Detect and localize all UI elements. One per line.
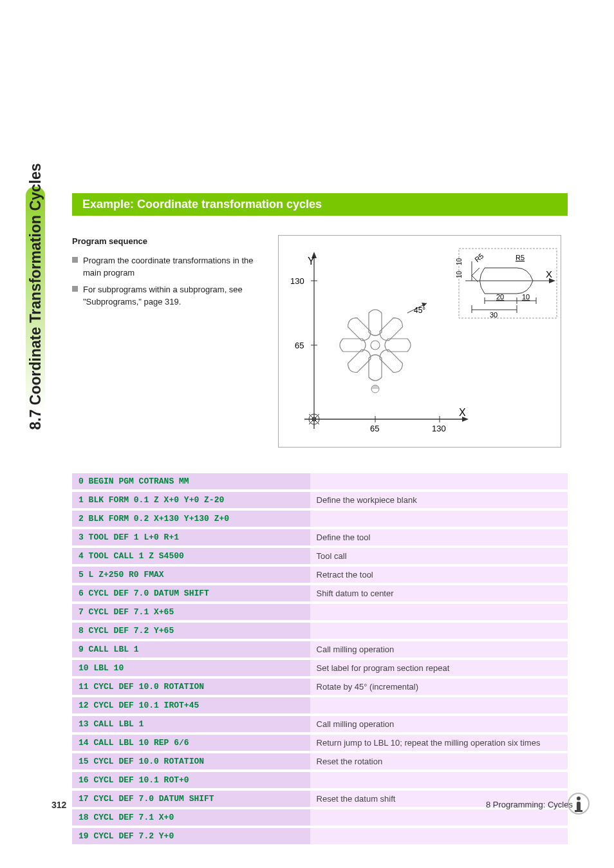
example-title: Example: Coordinate transformation cycle… — [82, 198, 322, 211]
code-cell: 15 CYCL DEF 10.0 ROTATION — [72, 752, 310, 771]
desc-cell: Shift datum to center — [310, 584, 568, 603]
example-title-bar: Example: Coordinate transformation cycle… — [72, 193, 568, 216]
svg-rect-31 — [577, 802, 581, 811]
desc-cell — [310, 509, 568, 528]
table-row: 12 CYCL DEF 10.1 IROT+45 — [72, 696, 568, 715]
svg-line-20 — [472, 268, 479, 276]
table-row: 8 CYCL DEF 7.2 Y+65 — [72, 621, 568, 640]
x-tick-130: 130 — [432, 424, 446, 433]
table-row: 2 BLK FORM 0.2 X+130 Y+130 Z+0 — [72, 509, 568, 528]
nc-code-table: 0 BEGIN PGM COTRANS MM1 BLK FORM 0.1 Z X… — [72, 473, 568, 847]
bullet-text: Program the coordinate transformations i… — [83, 254, 265, 279]
code-cell: 10 LBL 10 — [72, 659, 310, 677]
code-cell: 18 CYCL DEF 7.1 X+0 — [72, 808, 310, 827]
desc-cell: Call milling operation — [310, 640, 568, 659]
desc-cell: Retract the tool — [310, 565, 568, 584]
desc-cell — [310, 771, 568, 789]
table-row: 16 CYCL DEF 10.1 ROT+0 — [72, 771, 568, 789]
table-row: 9 CALL LBL 1Call milling operation — [72, 640, 568, 659]
table-row: 13 CALL LBL 1Call milling operation — [72, 715, 568, 733]
code-cell: 19 CYCL DEF 7.2 Y+0 — [72, 827, 310, 845]
detail-dim-30: 30 — [490, 311, 498, 319]
detail-dim-10-a: 10 — [456, 258, 463, 265]
info-icon[interactable] — [566, 791, 591, 816]
side-tab-text: 8.7 Coordinate Transformation Cycles — [27, 163, 44, 429]
table-row: 18 CYCL DEF 7.1 X+0 — [72, 808, 568, 827]
desc-cell — [310, 696, 568, 715]
detail-x-axis-label: X — [546, 269, 552, 279]
x-tick-65: 65 — [370, 424, 379, 433]
y-tick-130: 130 — [290, 276, 304, 286]
code-cell: 13 CALL LBL 1 — [72, 715, 310, 733]
code-cell: 11 CYCL DEF 10.0 ROTATION — [72, 677, 310, 696]
y-axis-label: Y — [308, 256, 315, 267]
desc-cell: Call milling operation — [310, 715, 568, 733]
code-cell: 16 CYCL DEF 10.1 ROT+0 — [72, 771, 310, 789]
desc-cell: Define the workpiece blank — [310, 491, 568, 509]
code-cell: 0 BEGIN PGM COTRANS MM — [72, 473, 310, 491]
code-cell: 6 CYCL DEF 7.0 DATUM SHIFT — [72, 584, 310, 603]
desc-cell: Rotate by 45° (incremental) — [310, 677, 568, 696]
desc-cell: Reset the rotation — [310, 752, 568, 771]
coordinate-diagram: Y X 130 65 65 130 45° — [278, 235, 561, 448]
bullet-item: Program the coordinate transformations i… — [72, 254, 265, 279]
side-tab: 8.7 Coordinate Transformation Cycles — [24, 187, 46, 406]
code-cell: 3 TOOL DEF 1 L+0 R+1 — [72, 528, 310, 547]
table-row: 3 TOOL DEF 1 L+0 R+1Define the tool — [72, 528, 568, 547]
table-row: 14 CALL LBL 10 REP 6/6Return jump to LBL… — [72, 733, 568, 752]
chapter-label: 8 Programming: Cycles — [486, 800, 573, 810]
square-bullet-icon — [72, 257, 78, 263]
desc-cell: Return jump to LBL 10; repeat the millin… — [310, 733, 568, 752]
table-row: 19 CYCL DEF 7.2 Y+0 — [72, 827, 568, 845]
desc-cell: Define the tool — [310, 528, 568, 547]
table-row: 0 BEGIN PGM COTRANS MM — [72, 473, 568, 491]
detail-dim-10-b: 10 — [456, 270, 463, 278]
detail-r5-b: R5 — [516, 254, 525, 261]
table-row: 5 L Z+250 R0 FMAXRetract the tool — [72, 565, 568, 584]
desc-cell — [310, 473, 568, 491]
code-cell: 5 L Z+250 R0 FMAX — [72, 565, 310, 584]
code-cell: 2 BLK FORM 0.2 X+130 Y+130 Z+0 — [72, 509, 310, 528]
code-cell: 7 CYCL DEF 7.1 X+65 — [72, 603, 310, 621]
page-footer: 312 8 Programming: Cycles — [51, 800, 573, 810]
code-cell: 1 BLK FORM 0.1 Z X+0 Y+0 Z-20 — [72, 491, 310, 509]
table-row: 7 CYCL DEF 7.1 X+65 — [72, 603, 568, 621]
table-row: 15 CYCL DEF 10.0 ROTATIONReset the rotat… — [72, 752, 568, 771]
program-sequence-block: Program sequence Program the coordinate … — [72, 235, 265, 448]
desc-cell — [310, 827, 568, 845]
desc-cell — [310, 621, 568, 640]
table-row: 6 CYCL DEF 7.0 DATUM SHIFTShift datum to… — [72, 584, 568, 603]
bullet-item: For subprograms within a subprogram, see… — [72, 283, 265, 308]
y-tick-65: 65 — [295, 341, 304, 350]
desc-cell: Tool call — [310, 547, 568, 565]
detail-dim-20: 20 — [496, 293, 504, 301]
table-row: 1 BLK FORM 0.1 Z X+0 Y+0 Z-20Define the … — [72, 491, 568, 509]
svg-rect-32 — [575, 810, 582, 812]
square-bullet-icon — [72, 286, 78, 292]
desc-cell — [310, 808, 568, 827]
angle-label: 45° — [414, 306, 425, 315]
code-cell: 4 TOOL CALL 1 Z S4500 — [72, 547, 310, 565]
x-axis-label-bottom: X — [459, 407, 466, 418]
bullet-text: For subprograms within a subprogram, see… — [83, 283, 265, 308]
detail-r5-a: R5 — [473, 252, 485, 263]
page-number: 312 — [51, 800, 66, 810]
table-row: 10 LBL 10Set label for program section r… — [72, 659, 568, 677]
desc-cell — [310, 603, 568, 621]
code-cell: 12 CYCL DEF 10.1 IROT+45 — [72, 696, 310, 715]
svg-point-30 — [577, 797, 581, 800]
svg-point-14 — [371, 341, 380, 350]
program-sequence-heading: Program sequence — [72, 235, 265, 248]
code-cell: 9 CALL LBL 1 — [72, 640, 310, 659]
table-row: 11 CYCL DEF 10.0 ROTATIONRotate by 45° (… — [72, 677, 568, 696]
code-cell: 8 CYCL DEF 7.2 Y+65 — [72, 621, 310, 640]
table-row: 4 TOOL CALL 1 Z S4500Tool call — [72, 547, 568, 565]
code-cell: 14 CALL LBL 10 REP 6/6 — [72, 733, 310, 752]
detail-dim-10-c: 10 — [522, 293, 530, 301]
desc-cell: Set label for program section repeat — [310, 659, 568, 677]
